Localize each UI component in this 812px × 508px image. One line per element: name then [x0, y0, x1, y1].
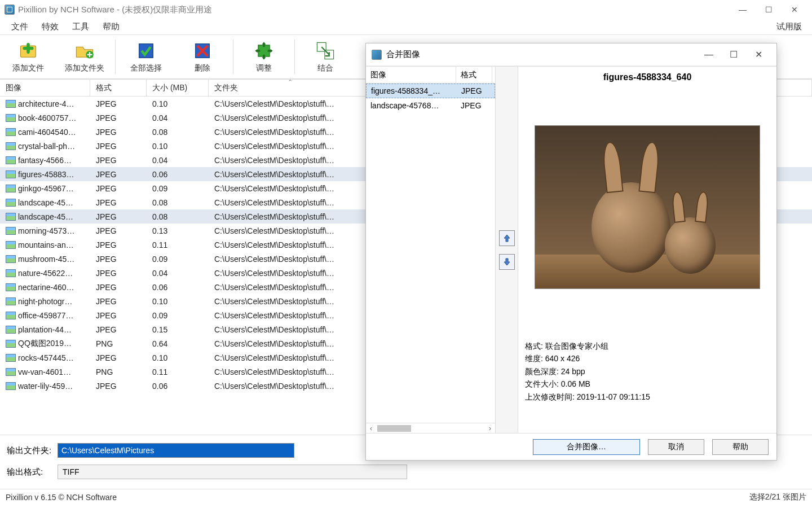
cancel-button[interactable]: 取消: [648, 439, 704, 455]
delete-button[interactable]: 删除: [174, 35, 231, 78]
file-format: JPEG: [90, 212, 147, 221]
file-size: 0.64: [147, 339, 209, 348]
add-file-label: 添加文件: [12, 63, 44, 73]
add-folder-button[interactable]: 添加文件夹: [56, 35, 113, 78]
dialog-app-icon: [372, 50, 382, 60]
dialog-header-image[interactable]: 图像: [366, 67, 456, 83]
window-minimize-button[interactable]: —: [730, 1, 756, 18]
file-format: JPEG: [90, 198, 147, 207]
thumbnail-icon: [6, 255, 16, 263]
thumbnail-icon: [6, 382, 16, 390]
dialog-maximize-button[interactable]: ☐: [721, 46, 746, 63]
file-size: 0.09: [147, 311, 209, 320]
thumbnail-icon: [6, 368, 16, 376]
file-name: figures-45883…: [18, 170, 74, 179]
list-item[interactable]: landscape-45768…JPEG: [366, 98, 495, 113]
file-name: nature-45622…: [18, 269, 73, 278]
file-name: mushroom-45…: [18, 255, 74, 264]
delete-label: 删除: [195, 63, 210, 73]
file-size: 0.04: [147, 113, 209, 122]
statusbar: Pixillion v 6.15 © NCH Software 选择2/21 张…: [0, 489, 812, 505]
file-name: vw-van-4601…: [18, 367, 71, 376]
dialog-titlebar: 合并图像 — ☐ ✕: [366, 43, 776, 66]
app-icon: [5, 5, 15, 15]
file-format: JPEG: [90, 297, 147, 306]
file-format: PNG: [90, 339, 147, 348]
select-all-button[interactable]: 全部选择: [118, 35, 174, 78]
thumbnail-icon: [6, 269, 16, 277]
file-size: 0.11: [147, 240, 209, 249]
file-format: JPEG: [90, 269, 147, 278]
meta-depth-value: 24 bpp: [561, 367, 585, 376]
file-name: fantasy-4566…: [18, 156, 72, 165]
file-format: JPEG: [90, 311, 147, 320]
file-format: JPEG: [90, 142, 147, 151]
adjust-label: 调整: [256, 63, 272, 73]
file-size: 0.04: [147, 156, 209, 165]
trial-label[interactable]: 试用版: [776, 21, 807, 32]
menu-file[interactable]: 文件: [5, 20, 35, 34]
meta-mod-label: 上次修改时间:: [525, 392, 575, 401]
menu-help[interactable]: 帮助: [96, 20, 126, 34]
thumbnail-icon: [6, 170, 16, 178]
dialog-close-button[interactable]: ✕: [746, 46, 771, 63]
header-size[interactable]: 大小 (MB): [147, 80, 209, 96]
thumbnail-icon: [6, 114, 16, 122]
list-item[interactable]: figures-4588334_…JPEG: [366, 84, 495, 98]
menubar: 文件 特效 工具 帮助 试用版: [0, 19, 812, 35]
file-size: 0.09: [147, 184, 209, 193]
combine-button[interactable]: 结合: [297, 35, 354, 78]
thumbnail-icon: [6, 156, 16, 164]
thumbnail-icon: [6, 227, 16, 235]
move-down-button[interactable]: [499, 254, 515, 270]
merge-button[interactable]: 合并图像…: [533, 439, 640, 455]
move-up-button[interactable]: [499, 230, 515, 246]
status-right: 选择2/21 张图片: [749, 492, 806, 502]
combine-icon: [315, 41, 336, 61]
file-size: 0.08: [147, 212, 209, 221]
add-folder-icon: [74, 41, 95, 61]
thumbnail-icon: [6, 340, 16, 348]
sort-asc-icon: ⌃: [288, 80, 293, 86]
window-close-button[interactable]: ✕: [782, 1, 807, 18]
meta-mod-value: 2019-11-07 09:11:15: [577, 392, 650, 401]
delete-icon: [192, 41, 213, 61]
meta-format-value: 联合图像专家小组: [545, 341, 608, 351]
menu-effects[interactable]: 特效: [35, 20, 65, 34]
file-name: landscape-45…: [18, 212, 73, 221]
dialog-header-format[interactable]: 格式: [456, 67, 492, 83]
help-button[interactable]: 帮助: [712, 439, 769, 455]
file-name: night-photogr…: [18, 297, 73, 306]
thumbnail-icon: [6, 199, 16, 207]
file-name: nectarine-460…: [18, 283, 74, 292]
dialog-horizontal-scrollbar[interactable]: ‹›: [366, 423, 495, 433]
add-file-button[interactable]: 添加文件: [0, 35, 56, 78]
file-format: JPEG: [90, 283, 147, 292]
adjust-button[interactable]: 调整: [236, 35, 292, 78]
file-format: JPEG: [90, 113, 147, 122]
thumbnail-icon: [6, 241, 16, 249]
meta-depth-label: 颜色深度:: [525, 367, 559, 376]
file-name: architecture-4…: [18, 99, 74, 108]
preview-image: [535, 125, 760, 289]
output-format-dropdown[interactable]: TIFF: [58, 465, 407, 479]
dialog-minimize-button[interactable]: —: [696, 46, 721, 63]
file-format: JPEG: [90, 99, 147, 108]
header-format[interactable]: 格式: [90, 80, 147, 96]
header-image[interactable]: 图像: [0, 80, 90, 96]
select-all-label: 全部选择: [130, 63, 162, 73]
file-size: 0.10: [147, 297, 209, 306]
output-folder-input[interactable]: [58, 443, 294, 458]
file-format: JPEG: [90, 255, 147, 264]
file-format: JPEG: [90, 184, 147, 193]
thumbnail-icon: [6, 297, 16, 305]
file-size: 0.15: [147, 325, 209, 334]
window-maximize-button[interactable]: ☐: [756, 1, 782, 18]
thumbnail-icon: [6, 283, 16, 291]
meta-dim-value: 640 x 426: [545, 354, 580, 363]
image-metadata: 格式: 联合图像专家小组 维度: 640 x 426 颜色深度: 24 bpp …: [525, 340, 770, 403]
menu-tools[interactable]: 工具: [65, 20, 96, 34]
file-name: water-lily-459…: [18, 382, 73, 391]
file-format: JPEG: [90, 382, 147, 391]
file-size: 0.06: [147, 283, 209, 292]
